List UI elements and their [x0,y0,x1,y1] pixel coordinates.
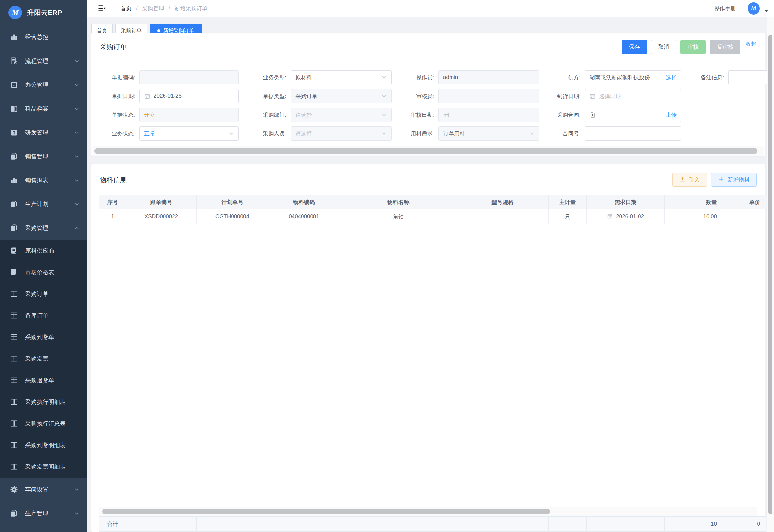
sidebar-item-label: 采购发票 [25,355,48,363]
sidebar-item-label: 市场价格表 [25,269,54,276]
sidebar-item-purchase-exec-summary[interactable]: 采购执行汇总表 [0,413,87,434]
pages-icon [10,152,18,161]
calendar-icon [443,112,449,118]
sidebar-item-purchase-invoice-detail[interactable]: 采购发票明细表 [0,456,87,478]
form-group-purchase-dept: 采购部门:请选择 [250,108,392,122]
sidebar-collapse-icon[interactable] [97,4,106,13]
document-icon [590,112,596,118]
import-button[interactable]: 引入 [672,173,707,187]
total-cell-material_code [268,516,340,532]
purchase-contract-action-link[interactable]: 上传 [666,111,677,119]
column-header-material_code: 物料编码 [268,195,340,209]
sidebar-item-purchase-order[interactable]: 采购订单 [0,283,87,305]
field-biz-type[interactable]: 原材料 [291,70,392,84]
add-material-button[interactable]: 新增物料 [711,173,757,187]
table-horizontal-scrollbar-thumb[interactable] [102,509,550,514]
field-label: 单据类型: [250,93,291,100]
sidebar-item-workshop-settings[interactable]: 车间设置 [0,478,87,501]
manual-link[interactable]: 操作手册 [714,5,736,12]
cell-follow_no: XSDD000022 [126,209,197,224]
sidebar-item-process[interactable]: 流程管理 [0,49,87,73]
cancel-button[interactable]: 取消 [651,40,676,54]
field-supplier[interactable]: 湖南飞沃新能源科技股份选择 [585,70,681,84]
sidebar-item-office[interactable]: 办公管理 [0,73,87,97]
order-actions: 保存取消审核反审核 [622,40,740,54]
sidebar-item-purchase-exec-detail[interactable]: 采购执行明细表 [0,391,87,413]
field-biz-status[interactable]: 正常 [139,126,239,141]
calendar-icon [607,213,613,221]
page-vertical-scrollbar-thumb[interactable] [768,35,772,514]
breadcrumb-item[interactable]: 首页 [121,5,132,12]
tab-label: 新增采购订单 [163,27,194,33]
app-title: 升阳云ERP [27,8,62,17]
audit-button[interactable]: 审核 [680,40,706,54]
cell-material_code: 0404000001 [268,209,340,224]
breadcrumb-item: 新增采购订单 [174,5,207,12]
sidebar-item-purchase-invoice[interactable]: 采购发票 [0,348,87,369]
field-value: 请选择 [295,130,312,137]
chevron-down-icon [382,94,387,99]
field-value: 原材料 [295,74,312,81]
total-cell-follow_no [126,516,197,532]
calendar-icon [144,93,150,99]
table-icon [10,354,18,363]
save-button[interactable]: 保存 [622,40,647,54]
view-tab[interactable]: 新增采购订单 [150,24,202,33]
field-arrival-date[interactable]: 选择日期 [585,89,681,103]
form-horizontal-scrollbar-thumb[interactable] [94,148,757,154]
column-header-seq: 序号 [99,195,126,209]
column-header-material_name: 物料名称 [340,195,457,209]
sidebar-item-purchase-return[interactable]: 采购退货单 [0,369,87,391]
sidebar-item-materials-archive[interactable]: 料品档案 [0,97,87,121]
total-cell-qty: 10 [665,516,723,532]
field-value: 订单用料 [443,130,465,137]
supplier-action-link[interactable]: 选择 [666,74,677,81]
cell-seq: 1 [99,209,126,224]
view-tab[interactable]: 首页 [91,24,113,33]
sidebar-item-raw-supplier[interactable]: 原料供应商 [0,240,87,261]
sidebar-item-label: 销售报表 [25,176,48,184]
form-row: 单据状态:开立采购部门:请选择审核日期:采购合同:上传 [99,108,757,122]
form-row: 业务状态:正常采购人员:请选择用料需求:订单用料合同号: [99,126,757,141]
sidebar-item-sales[interactable]: 销售管理 [0,144,87,168]
bar-chart-icon [10,33,18,42]
column-header-unit: 主计量 [549,195,587,209]
total-cell-price: 0 [723,516,766,532]
sidebar-item-label: 采购到货明细表 [25,441,66,449]
sidebar-item-sales-report[interactable]: 销售报表 [0,168,87,192]
view-tab[interactable]: 采购订单 [115,24,147,33]
sidebar-item-label: 采购到货单 [25,333,54,341]
sidebar-item-purchase[interactable]: 采购管理 [0,216,87,240]
sidebar-item-market-price[interactable]: 市场价格表 [0,261,87,283]
sidebar-item-label: 销售管理 [25,153,48,160]
sidebar-item-rnd[interactable]: 研发管理 [0,121,87,144]
sidebar-item-production-plan[interactable]: 生产计划 [0,192,87,216]
field-value: 2026-01-25 [154,93,182,99]
field-contract-no[interactable] [585,126,681,141]
table-row[interactable]: 1XSDD000022CGTH0000040404000001角铁只2026-0… [99,209,766,224]
breadcrumb: 首页/采购管理/新增采购订单 [121,5,207,12]
chevron-down-icon[interactable] [764,10,768,12]
sidebar-item-production[interactable]: 生产管理 [0,501,87,525]
office-icon [10,81,18,89]
collapse-link[interactable]: 收起 [746,40,757,48]
column-header-price: 单价 [723,195,766,209]
field-operator: admin [438,70,539,84]
chevron-down-icon [382,112,387,117]
field-doc-date[interactable]: 2026-01-25 [139,89,239,103]
cell-material_name: 角铁 [340,209,457,224]
sidebar-item-stock-order[interactable]: 备库订单 [0,305,87,326]
field-purchase-contract[interactable]: 上传 [585,108,681,122]
avatar[interactable]: M [748,2,760,15]
total-row: 合计100 [99,516,766,532]
sidebar-item-purchase-arrival[interactable]: 采购到货单 [0,326,87,348]
gear-icon [10,485,18,494]
sidebar-item-label: 采购发票明细表 [25,463,66,471]
sidebar-item-purchase-arrival-detail[interactable]: 采购到货明细表 [0,434,87,456]
sidebar-item-machining-workshop[interactable]: 加工车间 [0,525,87,532]
sidebar-item-label: 采购订单 [25,290,48,298]
sidebar-item-dashboard[interactable]: 经营总控 [0,25,87,49]
form-group-operator: 操作员:admin [403,70,539,84]
field-doc-status: 开立 [139,108,239,122]
unaudit-button[interactable]: 反审核 [710,40,740,54]
